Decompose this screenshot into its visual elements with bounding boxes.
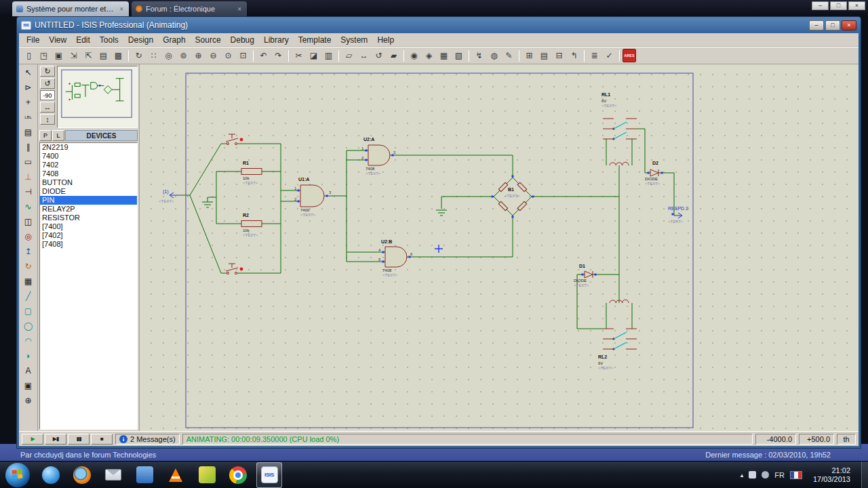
generator-mode-icon[interactable]: ◎: [20, 229, 37, 244]
button-sw1[interactable]: [226, 134, 238, 145]
component-mode-icon[interactable]: ⊳: [20, 80, 37, 95]
device-item-7408[interactable]: 7408: [40, 169, 137, 178]
refresh-display-icon[interactable]: ↻: [132, 49, 146, 63]
copy-icon[interactable]: ◪: [307, 49, 321, 63]
taskbar-app-vlc[interactable]: [163, 462, 189, 488]
device-item-7400[interactable]: 7400: [40, 152, 137, 161]
rotation-angle-input[interactable]: [40, 90, 55, 100]
device-item-7402[interactable]: 7402: [40, 161, 137, 169]
schematic-overview[interactable]: [57, 66, 138, 128]
netlist-to-ares-icon[interactable]: ARES: [623, 49, 636, 62]
block-rotate-icon[interactable]: ↺: [372, 49, 386, 63]
tab-close-icon[interactable]: ×: [118, 5, 125, 13]
mirror-x-icon[interactable]: ↔: [40, 102, 55, 113]
device-item-[7402][interactable]: [7402]: [40, 231, 137, 240]
import-section-icon[interactable]: ⇲: [66, 49, 81, 63]
isis-titlebar[interactable]: ISIS UNTITLED - ISIS Professional (Anima…: [19, 17, 859, 33]
menu-source[interactable]: Source: [191, 34, 226, 46]
make-device-icon[interactable]: ◈: [422, 49, 436, 63]
menu-tools[interactable]: Tools: [95, 34, 123, 46]
bus-mode-icon[interactable]: ∥: [20, 140, 37, 155]
graph-mode-icon[interactable]: ∿: [20, 199, 37, 214]
browser-close-button[interactable]: ×: [848, 1, 865, 10]
text-script-mode-icon[interactable]: ▤: [20, 125, 37, 140]
property-assignment-icon[interactable]: ✎: [502, 49, 516, 63]
wire-label-mode-icon[interactable]: LBL: [20, 110, 37, 125]
pause-button[interactable]: ▮▮: [68, 434, 90, 445]
voltage-probe-mode-icon[interactable]: ↥: [20, 244, 37, 259]
resistor-r1[interactable]: [241, 169, 262, 175]
show-hidden-icons[interactable]: ▴: [741, 472, 744, 479]
rotate-clockwise-icon[interactable]: ↻: [40, 66, 55, 77]
block-move-icon[interactable]: ↔: [357, 49, 371, 63]
gate-u2b[interactable]: [385, 247, 407, 267]
packaging-tool-icon[interactable]: ▦: [437, 49, 451, 63]
line-2d-icon[interactable]: ╱: [20, 289, 37, 304]
step-button[interactable]: ▶▮: [45, 434, 66, 445]
open-design-icon[interactable]: ◳: [37, 49, 51, 63]
gate-u1a[interactable]: [300, 185, 324, 207]
device-item-PIN[interactable]: PIN: [40, 196, 137, 205]
pick-parts-icon[interactable]: ◉: [407, 49, 421, 63]
play-button[interactable]: ▶: [22, 434, 43, 445]
pick-devices-button[interactable]: P: [39, 130, 52, 141]
maximize-button[interactable]: □: [825, 20, 840, 30]
device-item-RELAY2P[interactable]: RELAY2P: [40, 205, 137, 214]
device-item-RESISTOR[interactable]: RESISTOR: [40, 214, 137, 222]
tape-recorder-mode-icon[interactable]: ◫: [20, 214, 37, 229]
keyboard-layout-icon[interactable]: [790, 471, 802, 479]
taskbar-app-mail[interactable]: [100, 462, 126, 488]
relay-rl1-coil[interactable]: [610, 162, 629, 165]
menu-system[interactable]: System: [336, 34, 372, 46]
bill-of-materials-icon[interactable]: ≣: [587, 49, 601, 63]
message-count[interactable]: 2 Message(s): [130, 435, 176, 443]
language-indicator[interactable]: FR: [774, 471, 785, 479]
mirror-y-icon[interactable]: ↕: [40, 114, 55, 125]
bridge-b1[interactable]: [498, 182, 526, 210]
new-design-icon[interactable]: ▯: [22, 49, 36, 63]
message-field[interactable]: i 2 Message(s): [115, 434, 180, 445]
electrical-check-icon[interactable]: ✓: [602, 49, 616, 63]
wire-autorouter-icon[interactable]: ↯: [472, 49, 486, 63]
library-manager-button[interactable]: L: [52, 130, 64, 141]
clock[interactable]: 21:02 17/03/2013: [808, 466, 856, 484]
schematic-canvas[interactable]: (1)<TEXT>R110k<TEXT>R210k<TEXT>U1:A7400<…: [140, 64, 859, 431]
path-2d-icon[interactable]: ◗: [20, 348, 37, 363]
tray-icon-1[interactable]: [749, 471, 756, 479]
start-button[interactable]: [5, 463, 30, 487]
taskbar-app-isis[interactable]: ISIS: [256, 462, 282, 488]
resistor-r2[interactable]: [241, 221, 262, 227]
redo-icon[interactable]: ↷: [271, 49, 285, 63]
zoom-all-icon[interactable]: ⊙: [221, 49, 235, 63]
marker-2d-icon[interactable]: ⊕: [20, 393, 37, 408]
undo-icon[interactable]: ↶: [256, 49, 271, 63]
box-2d-icon[interactable]: ▢: [20, 304, 37, 319]
menu-file[interactable]: File: [22, 34, 44, 46]
gate-u2a[interactable]: [368, 145, 390, 165]
subcircuit-mode-icon[interactable]: ▭: [20, 155, 37, 169]
browser-maximize-button[interactable]: □: [830, 1, 847, 10]
remove-sheet-icon[interactable]: ⊟: [552, 49, 566, 63]
taskbar-app-chrome[interactable]: [225, 462, 251, 488]
false-origin-icon[interactable]: ◎: [161, 49, 176, 63]
device-item-[7400][interactable]: [7400]: [40, 222, 137, 231]
mark-output-area-icon[interactable]: ▩: [111, 49, 125, 63]
terminal-mode-icon[interactable]: ⊥: [20, 169, 37, 184]
text-2d-icon[interactable]: A: [20, 363, 37, 378]
taskbar-app-documents[interactable]: [132, 462, 157, 488]
menu-debug[interactable]: Debug: [226, 34, 259, 46]
block-delete-icon[interactable]: ▰: [387, 49, 401, 63]
goto-sheet-icon[interactable]: ↰: [567, 49, 581, 63]
tab-close-icon[interactable]: ×: [236, 5, 243, 13]
device-item-DIODE[interactable]: DIODE: [40, 187, 137, 196]
selection-mode-icon[interactable]: ↖: [20, 65, 37, 80]
decompose-icon[interactable]: ▧: [452, 49, 466, 63]
device-pin-mode-icon[interactable]: ⊣: [20, 184, 37, 199]
tray-icon-2[interactable]: [762, 471, 769, 479]
design-explorer-icon[interactable]: ⊞: [522, 49, 536, 63]
show-desktop-button[interactable]: [861, 462, 868, 488]
print-icon[interactable]: ▤: [96, 49, 111, 63]
menu-design[interactable]: Design: [123, 34, 158, 46]
arc-2d-icon[interactable]: ◠: [20, 333, 37, 348]
device-item-[7408][interactable]: [7408]: [40, 240, 137, 249]
